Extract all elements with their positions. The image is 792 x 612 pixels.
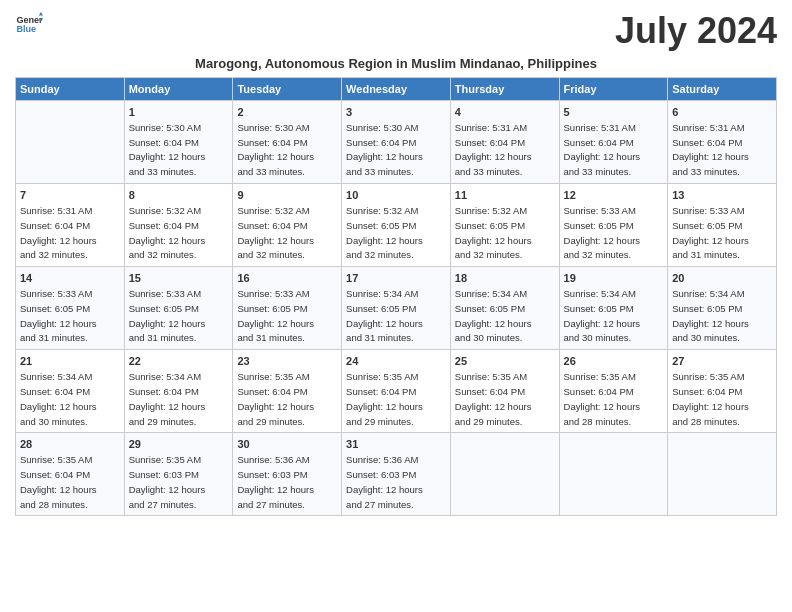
day-number: 20 (672, 271, 772, 286)
day-number: 8 (129, 188, 229, 203)
day-number: 25 (455, 354, 555, 369)
daylight1: Daylight: 12 hours (237, 235, 314, 246)
day-cell: 2 Sunrise: 5:30 AM Sunset: 6:04 PM Dayli… (233, 101, 342, 184)
daylight2: and 30 minutes. (455, 332, 523, 343)
daylight2: and 32 minutes. (237, 249, 305, 260)
daylight2: and 27 minutes. (129, 499, 197, 510)
daylight2: and 28 minutes. (20, 499, 88, 510)
day-cell: 18 Sunrise: 5:34 AM Sunset: 6:05 PM Dayl… (450, 267, 559, 350)
day-number: 27 (672, 354, 772, 369)
week-row-2: 7 Sunrise: 5:31 AM Sunset: 6:04 PM Dayli… (16, 184, 777, 267)
day-number: 23 (237, 354, 337, 369)
sunset: Sunset: 6:04 PM (346, 386, 416, 397)
daylight2: and 33 minutes. (564, 166, 632, 177)
sunrise: Sunrise: 5:33 AM (20, 288, 92, 299)
day-number: 10 (346, 188, 446, 203)
sunset: Sunset: 6:04 PM (129, 137, 199, 148)
daylight2: and 32 minutes. (346, 249, 414, 260)
day-cell: 15 Sunrise: 5:33 AM Sunset: 6:05 PM Dayl… (124, 267, 233, 350)
daylight2: and 29 minutes. (129, 416, 197, 427)
daylight2: and 29 minutes. (237, 416, 305, 427)
day-cell: 3 Sunrise: 5:30 AM Sunset: 6:04 PM Dayli… (342, 101, 451, 184)
daylight1: Daylight: 12 hours (346, 151, 423, 162)
day-cell: 5 Sunrise: 5:31 AM Sunset: 6:04 PM Dayli… (559, 101, 668, 184)
day-number: 31 (346, 437, 446, 452)
day-number: 29 (129, 437, 229, 452)
sunset: Sunset: 6:04 PM (129, 386, 199, 397)
header-friday: Friday (559, 78, 668, 101)
day-number: 15 (129, 271, 229, 286)
sunrise: Sunrise: 5:36 AM (237, 454, 309, 465)
daylight2: and 33 minutes. (672, 166, 740, 177)
sunrise: Sunrise: 5:32 AM (455, 205, 527, 216)
day-cell: 7 Sunrise: 5:31 AM Sunset: 6:04 PM Dayli… (16, 184, 125, 267)
svg-text:Blue: Blue (16, 24, 36, 34)
day-cell: 19 Sunrise: 5:34 AM Sunset: 6:05 PM Dayl… (559, 267, 668, 350)
day-number: 18 (455, 271, 555, 286)
week-row-1: 1 Sunrise: 5:30 AM Sunset: 6:04 PM Dayli… (16, 101, 777, 184)
daylight1: Daylight: 12 hours (564, 401, 641, 412)
day-cell (450, 433, 559, 516)
sunrise: Sunrise: 5:34 AM (129, 371, 201, 382)
sunrise: Sunrise: 5:35 AM (564, 371, 636, 382)
day-number: 4 (455, 105, 555, 120)
day-cell: 20 Sunrise: 5:34 AM Sunset: 6:05 PM Dayl… (668, 267, 777, 350)
daylight1: Daylight: 12 hours (129, 484, 206, 495)
sunset: Sunset: 6:05 PM (564, 303, 634, 314)
day-cell: 28 Sunrise: 5:35 AM Sunset: 6:04 PM Dayl… (16, 433, 125, 516)
daylight1: Daylight: 12 hours (346, 484, 423, 495)
header-tuesday: Tuesday (233, 78, 342, 101)
sunrise: Sunrise: 5:30 AM (237, 122, 309, 133)
day-number: 30 (237, 437, 337, 452)
sunset: Sunset: 6:04 PM (20, 220, 90, 231)
daylight1: Daylight: 12 hours (455, 235, 532, 246)
day-cell: 6 Sunrise: 5:31 AM Sunset: 6:04 PM Dayli… (668, 101, 777, 184)
sunset: Sunset: 6:05 PM (237, 303, 307, 314)
header-row: Sunday Monday Tuesday Wednesday Thursday… (16, 78, 777, 101)
day-cell: 17 Sunrise: 5:34 AM Sunset: 6:05 PM Dayl… (342, 267, 451, 350)
day-number: 7 (20, 188, 120, 203)
sunset: Sunset: 6:05 PM (346, 303, 416, 314)
day-cell: 23 Sunrise: 5:35 AM Sunset: 6:04 PM Dayl… (233, 350, 342, 433)
sunrise: Sunrise: 5:35 AM (346, 371, 418, 382)
sunset: Sunset: 6:05 PM (564, 220, 634, 231)
daylight2: and 31 minutes. (20, 332, 88, 343)
sunset: Sunset: 6:04 PM (564, 137, 634, 148)
header-saturday: Saturday (668, 78, 777, 101)
daylight1: Daylight: 12 hours (455, 318, 532, 329)
sunrise: Sunrise: 5:35 AM (237, 371, 309, 382)
logo-icon: General Blue (15, 10, 43, 38)
daylight1: Daylight: 12 hours (564, 318, 641, 329)
sunset: Sunset: 6:05 PM (129, 303, 199, 314)
day-cell: 26 Sunrise: 5:35 AM Sunset: 6:04 PM Dayl… (559, 350, 668, 433)
sunrise: Sunrise: 5:32 AM (129, 205, 201, 216)
sunrise: Sunrise: 5:30 AM (129, 122, 201, 133)
daylight1: Daylight: 12 hours (564, 235, 641, 246)
header-area: General Blue July 2024 (15, 10, 777, 52)
sunrise: Sunrise: 5:33 AM (564, 205, 636, 216)
sunrise: Sunrise: 5:33 AM (237, 288, 309, 299)
daylight1: Daylight: 12 hours (672, 235, 749, 246)
month-title: July 2024 (615, 10, 777, 52)
daylight2: and 33 minutes. (129, 166, 197, 177)
daylight2: and 33 minutes. (346, 166, 414, 177)
daylight2: and 31 minutes. (672, 249, 740, 260)
daylight2: and 31 minutes. (237, 332, 305, 343)
daylight1: Daylight: 12 hours (346, 401, 423, 412)
daylight2: and 30 minutes. (672, 332, 740, 343)
day-cell: 25 Sunrise: 5:35 AM Sunset: 6:04 PM Dayl… (450, 350, 559, 433)
daylight1: Daylight: 12 hours (455, 151, 532, 162)
week-row-5: 28 Sunrise: 5:35 AM Sunset: 6:04 PM Dayl… (16, 433, 777, 516)
daylight2: and 32 minutes. (20, 249, 88, 260)
sunset: Sunset: 6:04 PM (20, 386, 90, 397)
day-cell: 24 Sunrise: 5:35 AM Sunset: 6:04 PM Dayl… (342, 350, 451, 433)
daylight2: and 32 minutes. (129, 249, 197, 260)
daylight1: Daylight: 12 hours (20, 235, 97, 246)
sunset: Sunset: 6:04 PM (237, 386, 307, 397)
day-number: 16 (237, 271, 337, 286)
day-cell: 29 Sunrise: 5:35 AM Sunset: 6:03 PM Dayl… (124, 433, 233, 516)
day-number: 5 (564, 105, 664, 120)
day-number: 19 (564, 271, 664, 286)
logo: General Blue (15, 10, 43, 38)
sunrise: Sunrise: 5:34 AM (455, 288, 527, 299)
